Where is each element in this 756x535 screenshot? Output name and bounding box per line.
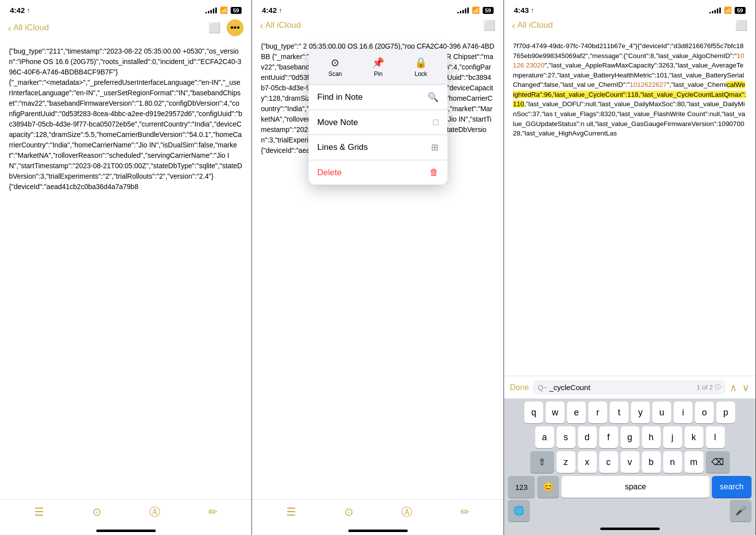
key-k[interactable]: k xyxy=(685,426,703,448)
location-icon-2: ↑ xyxy=(279,6,282,14)
key-z[interactable]: z xyxy=(557,451,575,473)
share-icon-3[interactable]: ⬜ xyxy=(735,19,748,31)
backspace-key[interactable]: ⌫ xyxy=(706,451,730,473)
keyboard-row-3: ⇧ z x c v b n m ⌫ xyxy=(506,451,754,473)
scan-icon: ⊙ xyxy=(331,57,339,68)
key-q[interactable]: q xyxy=(524,401,543,423)
keyboard-bottom-row: 123 😊 space search xyxy=(506,476,754,498)
key-h[interactable]: h xyxy=(642,426,661,448)
key-t[interactable]: t xyxy=(610,401,629,423)
wifi-icon-3: 📶 xyxy=(724,6,732,14)
find-nav-buttons: ∧ ∨ xyxy=(730,382,750,394)
scan-menu-item[interactable]: ⊙ Scan xyxy=(328,57,342,77)
back-button-2[interactable]: ‹ All iCloud xyxy=(260,20,301,31)
wifi-icon-2: 📶 xyxy=(472,6,480,14)
key-x[interactable]: x xyxy=(578,451,597,473)
nav-actions-3: ⬜ xyxy=(735,19,748,31)
key-r[interactable]: r xyxy=(588,401,607,423)
key-i[interactable]: i xyxy=(674,401,693,423)
key-o[interactable]: o xyxy=(695,401,714,423)
find-done-button[interactable]: Done xyxy=(510,383,529,392)
key-b[interactable]: b xyxy=(642,451,661,473)
key-g[interactable]: g xyxy=(621,426,639,448)
find-prev-button[interactable]: ∧ xyxy=(730,382,737,394)
status-time-2: 4:42 ↑ xyxy=(262,6,282,14)
key-e[interactable]: e xyxy=(567,401,586,423)
key-n[interactable]: n xyxy=(663,451,682,473)
home-indicator-3 xyxy=(600,528,660,530)
key-l[interactable]: l xyxy=(706,426,725,448)
key-w[interactable]: w xyxy=(546,401,565,423)
panel-3: 4:43 ↑ 📶 59 ‹ All iCloud ⬜ 7f70d-4749-49… xyxy=(504,0,756,535)
key-d[interactable]: d xyxy=(578,426,597,448)
signal-icon xyxy=(205,7,217,13)
key-m[interactable]: m xyxy=(685,451,703,473)
back-button-1[interactable]: ‹ All iCloud xyxy=(8,22,49,34)
key-u[interactable]: u xyxy=(652,401,671,423)
key-s[interactable]: s xyxy=(557,426,575,448)
lines-grids-menu-item[interactable]: Lines & Grids ⊞ xyxy=(309,135,447,160)
emoji-key[interactable]: 😊 xyxy=(537,476,559,498)
share-icon[interactable]: ⬜ xyxy=(208,22,221,34)
status-bar-1: 4:42 ↑ 📶 59 xyxy=(0,0,252,17)
find-info-icon: ⓘ xyxy=(715,383,721,392)
key-p[interactable]: p xyxy=(716,401,735,423)
keyboard-row-1: q w e r t y u i o p xyxy=(506,401,754,423)
delete-menu-item[interactable]: Delete 🗑 xyxy=(309,160,447,185)
key-v[interactable]: v xyxy=(621,451,639,473)
pin-icon: 📌 xyxy=(372,57,384,68)
note-content-1: {"bug_type":"211","timestamp":"2023-08-2… xyxy=(0,40,252,499)
key-y[interactable]: y xyxy=(631,401,650,423)
lock-menu-item[interactable]: 🔒 Lock xyxy=(415,57,427,77)
key-f[interactable]: f xyxy=(599,426,618,448)
battery-badge-2: 59 xyxy=(483,7,494,14)
shift-key[interactable]: ⇧ xyxy=(530,451,554,473)
find-next-button[interactable]: ∨ xyxy=(742,382,750,394)
key-a[interactable]: a xyxy=(535,426,554,448)
nav-actions-2: ⬜ xyxy=(483,19,496,31)
camera-icon-2[interactable]: ⊙ xyxy=(344,506,353,519)
signal-icon-2 xyxy=(457,7,469,13)
location-icon-3: ↑ xyxy=(531,6,534,14)
back-button-3[interactable]: ‹ All iCloud xyxy=(512,20,553,31)
more-button[interactable]: ••• xyxy=(227,19,244,36)
find-in-note-menu-item[interactable]: Find in Note 🔍 xyxy=(309,85,447,110)
key-c[interactable]: c xyxy=(599,451,618,473)
compose-icon[interactable]: ✏ xyxy=(208,506,217,519)
panel-2: 4:42 ↑ 📶 59 ‹ All iCloud ⬜ {"bug_type":"… xyxy=(252,0,504,535)
keyboard-globe-row: 🌐 🎤 xyxy=(506,500,754,522)
lock-icon: 🔒 xyxy=(415,57,427,68)
format-icon-2[interactable]: Ⓐ xyxy=(401,505,412,520)
bottom-toolbar-2: ☰ ⊙ Ⓐ ✏ xyxy=(252,499,504,527)
status-bar-2: 4:42 ↑ 📶 59 xyxy=(252,0,504,17)
mic-key[interactable]: 🎤 xyxy=(730,500,752,522)
share-icon-2[interactable]: ⬜ xyxy=(483,19,496,31)
pin-menu-item[interactable]: 📌 Pin xyxy=(372,57,384,77)
grid-icon: ⊞ xyxy=(431,142,439,153)
compose-icon-2[interactable]: ✏ xyxy=(460,506,469,519)
search-key[interactable]: search xyxy=(712,476,752,498)
numbers-key[interactable]: 123 xyxy=(508,476,535,498)
nav-bar-1: ‹ All iCloud ⬜ ••• xyxy=(0,17,252,40)
globe-key[interactable]: 🌐 xyxy=(508,500,530,522)
format-icon[interactable]: Ⓐ xyxy=(149,505,160,520)
nav-bar-3: ‹ All iCloud ⬜ xyxy=(504,17,756,35)
move-note-menu-item[interactable]: Move Note □ xyxy=(309,110,447,135)
find-search-icon: Q~ xyxy=(538,384,547,392)
panel-1: 4:42 ↑ 📶 59 ‹ All iCloud ⬜ ••• xyxy=(0,0,252,535)
checklist-icon-2[interactable]: ☰ xyxy=(286,506,296,519)
checklist-icon[interactable]: ☰ xyxy=(34,506,44,519)
keyboard: q w e r t y u i o p a s d f g h j k l ⇧ … xyxy=(504,399,756,535)
camera-icon[interactable]: ⊙ xyxy=(92,506,101,519)
trash-icon: 🗑 xyxy=(430,167,439,178)
wifi-icon: 📶 xyxy=(220,6,228,14)
nav-bar-2: ‹ All iCloud ⬜ xyxy=(252,17,504,35)
bottom-toolbar-1: ☰ ⊙ Ⓐ ✏ xyxy=(0,499,252,527)
status-icons-2: 📶 59 xyxy=(457,6,494,14)
key-j[interactable]: j xyxy=(663,426,682,448)
find-input[interactable]: _cycleCount xyxy=(549,383,694,392)
space-key[interactable]: space xyxy=(562,476,709,498)
status-icons-1: 📶 59 xyxy=(205,6,242,14)
signal-icon-3 xyxy=(709,7,721,13)
link-orange-2[interactable]: 1012622627 xyxy=(630,81,667,88)
